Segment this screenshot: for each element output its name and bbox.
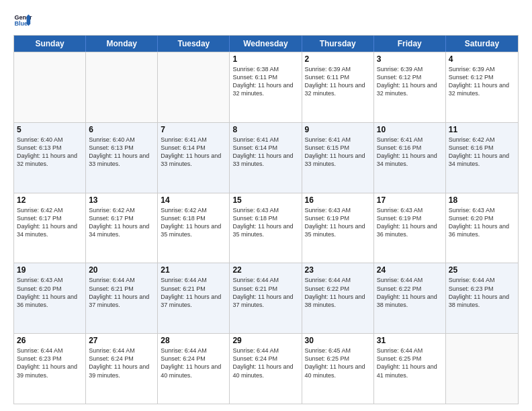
cell-info: Sunrise: 6:43 AM Sunset: 6:20 PM Dayligh… (17, 276, 83, 309)
cell-info: Sunrise: 6:44 AM Sunset: 6:23 PM Dayligh… (449, 276, 515, 309)
cell-info: Sunrise: 6:42 AM Sunset: 6:17 PM Dayligh… (17, 206, 83, 239)
day-cell-13: 13Sunrise: 6:42 AM Sunset: 6:17 PM Dayli… (86, 193, 158, 263)
cell-info: Sunrise: 6:44 AM Sunset: 6:21 PM Dayligh… (89, 276, 154, 309)
day-number: 3 (377, 54, 443, 64)
day-number: 19 (17, 265, 83, 275)
cell-info: Sunrise: 6:43 AM Sunset: 6:19 PM Dayligh… (305, 206, 371, 239)
calendar-row-3: 12Sunrise: 6:42 AM Sunset: 6:17 PM Dayli… (14, 193, 518, 263)
cell-info: Sunrise: 6:44 AM Sunset: 6:24 PM Dayligh… (89, 347, 154, 379)
day-cell-30: 30Sunrise: 6:45 AM Sunset: 6:25 PM Dayli… (302, 334, 374, 404)
calendar-row-5: 26Sunrise: 6:44 AM Sunset: 6:23 PM Dayli… (14, 333, 518, 404)
day-number: 23 (305, 265, 371, 275)
day-cell-5: 5Sunrise: 6:40 AM Sunset: 6:13 PM Daylig… (14, 123, 86, 193)
empty-cell (446, 334, 518, 404)
day-number: 28 (161, 336, 226, 345)
day-number: 5 (17, 125, 83, 134)
cell-info: Sunrise: 6:41 AM Sunset: 6:14 PM Dayligh… (161, 136, 226, 169)
day-number: 22 (232, 265, 298, 275)
calendar: SundayMondayTuesdayWednesdayThursdayFrid… (13, 35, 519, 404)
day-cell-23: 23Sunrise: 6:44 AM Sunset: 6:22 PM Dayli… (302, 263, 374, 333)
day-cell-28: 28Sunrise: 6:44 AM Sunset: 6:24 PM Dayli… (158, 334, 230, 404)
cell-info: Sunrise: 6:41 AM Sunset: 6:14 PM Dayligh… (232, 136, 298, 169)
day-number: 16 (305, 195, 371, 205)
header-day-saturday: Saturday (446, 36, 518, 52)
empty-cell (14, 52, 86, 122)
day-number: 10 (377, 125, 443, 134)
day-cell-24: 24Sunrise: 6:44 AM Sunset: 6:22 PM Dayli… (374, 263, 446, 333)
cell-info: Sunrise: 6:42 AM Sunset: 6:18 PM Dayligh… (161, 206, 226, 239)
day-cell-3: 3Sunrise: 6:39 AM Sunset: 6:12 PM Daylig… (374, 52, 446, 122)
day-number: 17 (377, 195, 443, 205)
header: General Blue (13, 11, 519, 30)
cell-info: Sunrise: 6:45 AM Sunset: 6:25 PM Dayligh… (305, 347, 371, 379)
day-number: 27 (89, 336, 154, 345)
cell-info: Sunrise: 6:44 AM Sunset: 6:21 PM Dayligh… (161, 276, 226, 309)
header-day-sunday: Sunday (14, 36, 86, 52)
calendar-body: 1Sunrise: 6:38 AM Sunset: 6:11 PM Daylig… (14, 52, 518, 404)
empty-cell (158, 52, 230, 122)
cell-info: Sunrise: 6:44 AM Sunset: 6:24 PM Dayligh… (161, 347, 226, 379)
day-number: 21 (161, 265, 226, 275)
day-cell-1: 1Sunrise: 6:38 AM Sunset: 6:11 PM Daylig… (230, 52, 302, 122)
calendar-header-row: SundayMondayTuesdayWednesdayThursdayFrid… (14, 36, 518, 52)
day-number: 25 (449, 265, 515, 275)
cell-info: Sunrise: 6:42 AM Sunset: 6:17 PM Dayligh… (89, 206, 154, 239)
calendar-row-2: 5Sunrise: 6:40 AM Sunset: 6:13 PM Daylig… (14, 122, 518, 193)
day-cell-16: 16Sunrise: 6:43 AM Sunset: 6:19 PM Dayli… (302, 193, 374, 263)
day-cell-2: 2Sunrise: 6:39 AM Sunset: 6:11 PM Daylig… (302, 52, 374, 122)
cell-info: Sunrise: 6:44 AM Sunset: 6:21 PM Dayligh… (232, 276, 298, 309)
day-number: 8 (232, 125, 298, 134)
day-number: 18 (449, 195, 515, 205)
day-number: 4 (449, 54, 515, 64)
day-number: 29 (232, 336, 298, 345)
day-number: 15 (232, 195, 298, 205)
day-cell-15: 15Sunrise: 6:43 AM Sunset: 6:18 PM Dayli… (230, 193, 302, 263)
header-day-thursday: Thursday (302, 36, 374, 52)
cell-info: Sunrise: 6:40 AM Sunset: 6:13 PM Dayligh… (89, 136, 154, 169)
day-number: 14 (161, 195, 226, 205)
day-cell-12: 12Sunrise: 6:42 AM Sunset: 6:17 PM Dayli… (14, 193, 86, 263)
cell-info: Sunrise: 6:43 AM Sunset: 6:18 PM Dayligh… (232, 206, 298, 239)
cell-info: Sunrise: 6:43 AM Sunset: 6:20 PM Dayligh… (449, 206, 515, 239)
day-cell-14: 14Sunrise: 6:42 AM Sunset: 6:18 PM Dayli… (158, 193, 230, 263)
day-cell-10: 10Sunrise: 6:41 AM Sunset: 6:16 PM Dayli… (374, 123, 446, 193)
day-cell-29: 29Sunrise: 6:44 AM Sunset: 6:24 PM Dayli… (230, 334, 302, 404)
day-cell-22: 22Sunrise: 6:44 AM Sunset: 6:21 PM Dayli… (230, 263, 302, 333)
cell-info: Sunrise: 6:44 AM Sunset: 6:24 PM Dayligh… (232, 347, 298, 379)
day-number: 9 (305, 125, 371, 134)
cell-info: Sunrise: 6:41 AM Sunset: 6:15 PM Dayligh… (305, 136, 371, 169)
day-cell-4: 4Sunrise: 6:39 AM Sunset: 6:12 PM Daylig… (446, 52, 518, 122)
general-blue-logo-icon: General Blue (13, 11, 32, 30)
day-cell-31: 31Sunrise: 6:44 AM Sunset: 6:25 PM Dayli… (374, 334, 446, 404)
day-cell-18: 18Sunrise: 6:43 AM Sunset: 6:20 PM Dayli… (446, 193, 518, 263)
day-number: 26 (17, 336, 83, 345)
day-cell-20: 20Sunrise: 6:44 AM Sunset: 6:21 PM Dayli… (86, 263, 158, 333)
day-cell-6: 6Sunrise: 6:40 AM Sunset: 6:13 PM Daylig… (86, 123, 158, 193)
day-cell-7: 7Sunrise: 6:41 AM Sunset: 6:14 PM Daylig… (158, 123, 230, 193)
cell-info: Sunrise: 6:44 AM Sunset: 6:23 PM Dayligh… (17, 347, 83, 379)
day-number: 6 (89, 125, 154, 134)
page: General Blue SundayMondayTuesdayWednesda… (0, 0, 532, 411)
day-number: 7 (161, 125, 226, 134)
day-number: 31 (377, 336, 443, 345)
cell-info: Sunrise: 6:43 AM Sunset: 6:19 PM Dayligh… (377, 206, 443, 239)
cell-info: Sunrise: 6:39 AM Sunset: 6:12 PM Dayligh… (377, 65, 443, 98)
day-number: 2 (305, 54, 371, 64)
day-number: 11 (449, 125, 515, 134)
cell-info: Sunrise: 6:44 AM Sunset: 6:25 PM Dayligh… (377, 347, 443, 379)
header-day-wednesday: Wednesday (230, 36, 302, 52)
day-cell-8: 8Sunrise: 6:41 AM Sunset: 6:14 PM Daylig… (230, 123, 302, 193)
day-cell-25: 25Sunrise: 6:44 AM Sunset: 6:23 PM Dayli… (446, 263, 518, 333)
cell-info: Sunrise: 6:44 AM Sunset: 6:22 PM Dayligh… (377, 276, 443, 309)
day-cell-11: 11Sunrise: 6:42 AM Sunset: 6:16 PM Dayli… (446, 123, 518, 193)
empty-cell (86, 52, 158, 122)
header-day-tuesday: Tuesday (158, 36, 230, 52)
cell-info: Sunrise: 6:38 AM Sunset: 6:11 PM Dayligh… (232, 65, 298, 98)
cell-info: Sunrise: 6:40 AM Sunset: 6:13 PM Dayligh… (17, 136, 83, 169)
cell-info: Sunrise: 6:39 AM Sunset: 6:11 PM Dayligh… (305, 65, 371, 98)
cell-info: Sunrise: 6:44 AM Sunset: 6:22 PM Dayligh… (305, 276, 371, 309)
calendar-row-1: 1Sunrise: 6:38 AM Sunset: 6:11 PM Daylig… (14, 52, 518, 122)
day-cell-9: 9Sunrise: 6:41 AM Sunset: 6:15 PM Daylig… (302, 123, 374, 193)
cell-info: Sunrise: 6:39 AM Sunset: 6:12 PM Dayligh… (449, 65, 515, 98)
day-number: 30 (305, 336, 371, 345)
